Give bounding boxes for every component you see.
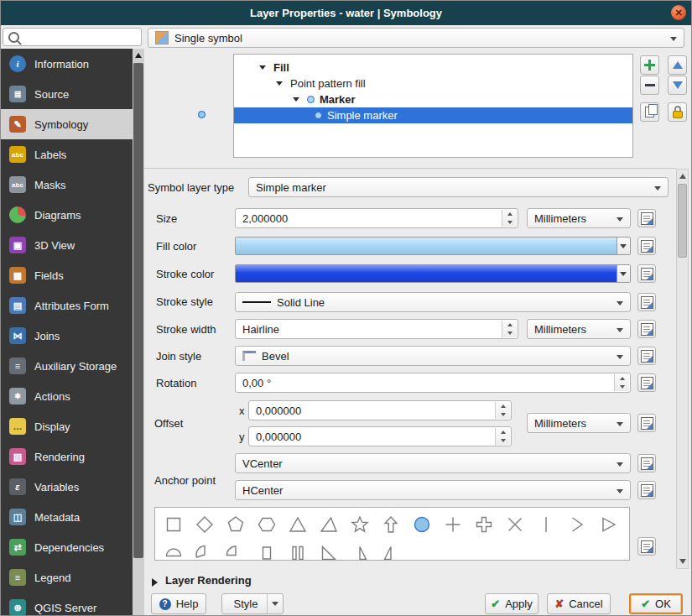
sidebar-search[interactable] (3, 28, 142, 46)
cancel-button[interactable]: Cancel (547, 593, 611, 614)
move-up-button[interactable] (668, 55, 687, 75)
sidebar-item-3d-view[interactable]: 3D View (0, 230, 133, 260)
sidebar-item-information[interactable]: Information (0, 49, 133, 79)
close-icon[interactable] (671, 5, 686, 20)
properties-scrollbar[interactable] (676, 169, 689, 569)
spin-up-icon[interactable] (496, 428, 510, 436)
scroll-up-icon[interactable] (677, 170, 688, 182)
sidebar-item-rendering[interactable]: Rendering (0, 441, 133, 472)
vertical-anchor-combo[interactable]: VCenter (235, 453, 631, 473)
star-shape[interactable] (344, 510, 375, 539)
sidebar-scrollbar[interactable] (133, 49, 144, 616)
arrowhead-shape[interactable] (561, 510, 592, 539)
spin-down-icon[interactable] (496, 436, 510, 445)
offset-override-button[interactable] (637, 414, 656, 432)
half-square-shape[interactable] (282, 539, 313, 561)
expander-icon[interactable] (293, 97, 299, 102)
diamond-shape[interactable] (189, 510, 220, 539)
help-button[interactable]: Help (151, 593, 206, 614)
sidebar-item-auxiliary-storage[interactable]: Auxiliary Storage (0, 351, 133, 381)
spinner-buttons[interactable] (502, 210, 517, 227)
remove-symbol-layer-button[interactable] (640, 76, 659, 95)
sidebar-scrollbar-thumb[interactable] (133, 63, 143, 558)
sidebar-item-symbology[interactable]: Symbology (0, 109, 133, 139)
spin-down-icon[interactable] (615, 383, 629, 391)
triangle-shape[interactable] (282, 510, 313, 539)
stroke-width-unit-combo[interactable]: Millimeters (527, 319, 631, 339)
stroke-style-combo[interactable]: Solid Line (235, 292, 631, 312)
sidebar-item-actions[interactable]: Actions (0, 381, 133, 411)
chevron-down-icon[interactable] (617, 265, 630, 282)
hexagon-shape[interactable] (251, 510, 282, 539)
duplicate-symbol-layer-button[interactable] (640, 102, 659, 122)
spinner-buttons[interactable] (495, 428, 510, 445)
sidebar-item-variables[interactable]: Variables (0, 472, 133, 502)
layer-rendering-header[interactable]: Layer Rendering (165, 574, 252, 587)
vertical-anchor-override-button[interactable] (637, 454, 656, 472)
stroke-color-button[interactable] (235, 264, 631, 283)
left-half-triangle-shape[interactable] (375, 539, 406, 561)
offset-y-input[interactable]: 0,000000 (248, 426, 512, 446)
sidebar-item-dependencies[interactable]: Dependencies (0, 532, 133, 562)
move-down-button[interactable] (668, 76, 687, 95)
diagonal-half-square-shape[interactable] (313, 539, 344, 561)
rotation-input[interactable]: 0,00 ° (235, 373, 631, 393)
cross-shape[interactable] (437, 510, 468, 539)
spinner-buttons[interactable] (502, 321, 517, 337)
shape-override-button[interactable] (637, 537, 656, 556)
sidebar-item-fields[interactable]: Fields (0, 260, 133, 290)
join-style-combo[interactable]: Bevel (235, 346, 631, 366)
tree-item-simple-marker[interactable]: Simple marker (234, 107, 632, 123)
sidebar-item-joins[interactable]: Joins (0, 321, 133, 351)
tree-item-fill[interactable]: Fill (234, 60, 632, 76)
line-shape[interactable] (530, 510, 561, 539)
sidebar-item-legend[interactable]: Legend (0, 562, 133, 593)
arrow-shape[interactable] (375, 510, 406, 539)
sidebar-item-masks[interactable]: Masks (0, 170, 133, 200)
quarter-square-shape[interactable] (251, 539, 282, 561)
quarter-circle-shape[interactable] (220, 539, 251, 561)
stroke-color-override-button[interactable] (637, 264, 656, 283)
style-button[interactable]: Style (221, 593, 284, 614)
square-shape[interactable] (158, 510, 189, 539)
cross2-shape[interactable] (499, 510, 530, 539)
search-input[interactable] (23, 30, 141, 44)
symbol-layer-type-combo[interactable]: Simple marker (248, 177, 669, 197)
add-symbol-layer-button[interactable] (640, 55, 659, 75)
expander-icon[interactable] (259, 65, 266, 70)
rotation-override-button[interactable] (637, 373, 656, 392)
fill-color-override-button[interactable] (637, 237, 656, 255)
spin-up-icon[interactable] (502, 321, 517, 329)
ok-button[interactable]: OK (629, 593, 683, 614)
apply-button[interactable]: Apply (485, 593, 539, 614)
chevron-down-icon[interactable] (617, 238, 630, 254)
size-unit-combo[interactable]: Millimeters (527, 208, 631, 228)
pentagon-shape[interactable] (220, 510, 251, 539)
spin-down-icon[interactable] (502, 218, 517, 227)
semi-circle-shape[interactable] (158, 539, 189, 561)
spin-down-icon[interactable] (502, 329, 517, 337)
titlebar[interactable]: Layer Properties - water | Symbology (0, 0, 692, 25)
size-input[interactable]: 2,000000 (235, 208, 518, 228)
spinner-buttons[interactable] (614, 374, 629, 391)
size-override-button[interactable] (637, 209, 656, 227)
chevron-down-icon[interactable] (267, 594, 283, 613)
right-half-triangle-shape[interactable] (344, 539, 375, 561)
filled-arrowhead-shape[interactable] (592, 510, 623, 539)
spinner-buttons[interactable] (495, 402, 510, 419)
renderer-combo[interactable]: Single symbol (148, 28, 684, 48)
stroke-style-override-button[interactable] (637, 293, 656, 311)
collapse-triangle-icon[interactable] (152, 578, 158, 587)
circle-shape[interactable] (406, 510, 437, 539)
equilateral-triangle-shape[interactable] (313, 510, 344, 539)
join-style-override-button[interactable] (637, 347, 656, 365)
lock-colors-button[interactable] (668, 102, 687, 122)
sidebar-item-display[interactable]: Display (0, 411, 133, 441)
horizontal-anchor-override-button[interactable] (637, 481, 656, 499)
offset-x-input[interactable]: 0,000000 (248, 400, 512, 420)
stroke-width-override-button[interactable] (637, 320, 656, 338)
properties-scrollbar-thumb[interactable] (678, 184, 687, 258)
sidebar-item-attributes-form[interactable]: Attributes Form (0, 290, 133, 321)
stroke-width-input[interactable]: Hairline (235, 319, 518, 339)
sidebar-item-metadata[interactable]: Metadata (0, 502, 133, 532)
